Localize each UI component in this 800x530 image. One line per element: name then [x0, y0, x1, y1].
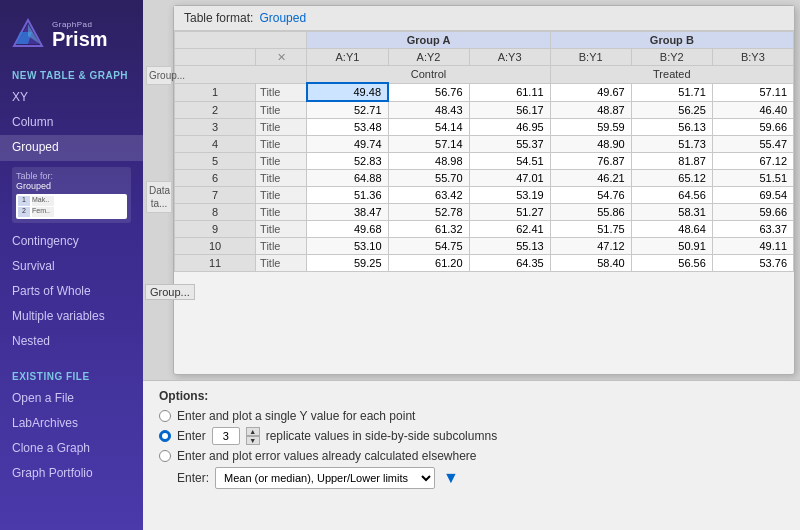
cell-by1[interactable]: 59.59: [550, 119, 631, 136]
row-title[interactable]: Title: [256, 83, 307, 101]
clear-icon[interactable]: ✕: [277, 51, 286, 63]
option3-radio[interactable]: [159, 450, 171, 462]
cell-by2[interactable]: 65.12: [631, 170, 712, 187]
cell-by1[interactable]: 49.67: [550, 83, 631, 101]
cell-ay2[interactable]: 48.98: [388, 153, 469, 170]
stepper-down[interactable]: ▼: [246, 436, 260, 445]
cell-by1[interactable]: 48.90: [550, 136, 631, 153]
sidebar-item-labarchives[interactable]: LabArchives: [0, 411, 143, 436]
enter-dropdown[interactable]: Mean (or median), Upper/Lower limits: [215, 467, 435, 489]
cell-ay2[interactable]: 63.42: [388, 187, 469, 204]
cell-by3[interactable]: 49.11: [712, 238, 793, 255]
cell-ay1[interactable]: 49.48: [307, 83, 388, 101]
cell-by1[interactable]: 76.87: [550, 153, 631, 170]
cell-by3[interactable]: 55.47: [712, 136, 793, 153]
cell-ay3[interactable]: 47.01: [469, 170, 550, 187]
cell-by2[interactable]: 64.56: [631, 187, 712, 204]
cell-by1[interactable]: 51.75: [550, 221, 631, 238]
sidebar-item-contingency[interactable]: Contingency: [0, 229, 143, 254]
cell-by2[interactable]: 51.71: [631, 83, 712, 101]
cell-ay2[interactable]: 61.32: [388, 221, 469, 238]
cell-by2[interactable]: 56.13: [631, 119, 712, 136]
cell-ay2[interactable]: 54.75: [388, 238, 469, 255]
cell-ay3[interactable]: 55.37: [469, 136, 550, 153]
stepper-up[interactable]: ▲: [246, 427, 260, 436]
option2-radio[interactable]: [159, 430, 171, 442]
sidebar-item-survival[interactable]: Survival: [0, 254, 143, 279]
replicate-stepper[interactable]: ▲ ▼: [246, 427, 260, 445]
row-title[interactable]: Title: [256, 101, 307, 119]
sidebar-item-grouped[interactable]: Grouped: [0, 135, 143, 160]
cell-ay3[interactable]: 55.13: [469, 238, 550, 255]
cell-ay3[interactable]: 54.51: [469, 153, 550, 170]
cell-by3[interactable]: 59.66: [712, 119, 793, 136]
replicate-count-input[interactable]: [212, 427, 240, 445]
cell-by1[interactable]: 48.87: [550, 101, 631, 119]
sidebar-item-column[interactable]: Column: [0, 110, 143, 135]
cell-ay2[interactable]: 54.14: [388, 119, 469, 136]
row-title[interactable]: Title: [256, 153, 307, 170]
cell-by3[interactable]: 59.66: [712, 204, 793, 221]
row-title[interactable]: Title: [256, 119, 307, 136]
row-title[interactable]: Title: [256, 238, 307, 255]
cell-by3[interactable]: 53.76: [712, 255, 793, 272]
cell-by3[interactable]: 57.11: [712, 83, 793, 101]
cell-ay2[interactable]: 57.14: [388, 136, 469, 153]
cell-ay3[interactable]: 46.95: [469, 119, 550, 136]
cell-ay1[interactable]: 49.68: [307, 221, 388, 238]
cell-ay1[interactable]: 53.48: [307, 119, 388, 136]
cell-by2[interactable]: 58.31: [631, 204, 712, 221]
cell-by1[interactable]: 46.21: [550, 170, 631, 187]
cell-by2[interactable]: 48.64: [631, 221, 712, 238]
cell-ay2[interactable]: 48.43: [388, 101, 469, 119]
cell-by1[interactable]: 47.12: [550, 238, 631, 255]
cell-ay2[interactable]: 52.78: [388, 204, 469, 221]
sidebar-item-multiple-variables[interactable]: Multiple variables: [0, 304, 143, 329]
cell-ay1[interactable]: 38.47: [307, 204, 388, 221]
cell-ay1[interactable]: 59.25: [307, 255, 388, 272]
cell-ay1[interactable]: 53.10: [307, 238, 388, 255]
row-title[interactable]: Title: [256, 170, 307, 187]
cell-ay2[interactable]: 56.76: [388, 83, 469, 101]
data-table-scroll[interactable]: Group A Group B ✕ A:Y1 A:Y2 A:Y3 B:Y1 B:…: [174, 31, 794, 374]
option1-radio[interactable]: [159, 410, 171, 422]
cell-by2[interactable]: 50.91: [631, 238, 712, 255]
cell-ay3[interactable]: 53.19: [469, 187, 550, 204]
cell-by1[interactable]: 58.40: [550, 255, 631, 272]
cell-by1[interactable]: 55.86: [550, 204, 631, 221]
cell-ay1[interactable]: 51.36: [307, 187, 388, 204]
cell-by2[interactable]: 81.87: [631, 153, 712, 170]
sidebar-item-parts-of-whole[interactable]: Parts of Whole: [0, 279, 143, 304]
cell-ay1[interactable]: 64.88: [307, 170, 388, 187]
cell-ay3[interactable]: 56.17: [469, 101, 550, 119]
cell-by2[interactable]: 51.73: [631, 136, 712, 153]
cell-by2[interactable]: 56.25: [631, 101, 712, 119]
cell-ay1[interactable]: 52.83: [307, 153, 388, 170]
cell-ay1[interactable]: 49.74: [307, 136, 388, 153]
sidebar-item-graph-portfolio[interactable]: Graph Portfolio: [0, 461, 143, 486]
cell-by3[interactable]: 51.51: [712, 170, 793, 187]
sidebar-item-xy[interactable]: XY: [0, 85, 143, 110]
cell-by3[interactable]: 63.37: [712, 221, 793, 238]
cell-ay3[interactable]: 64.35: [469, 255, 550, 272]
cell-by1[interactable]: 54.76: [550, 187, 631, 204]
cell-by3[interactable]: 46.40: [712, 101, 793, 119]
cell-by3[interactable]: 67.12: [712, 153, 793, 170]
cell-ay3[interactable]: 61.11: [469, 83, 550, 101]
sidebar-item-nested[interactable]: Nested: [0, 329, 143, 354]
row-title[interactable]: Title: [256, 255, 307, 272]
row-title[interactable]: Title: [256, 221, 307, 238]
table-format-value[interactable]: Grouped: [259, 11, 306, 25]
cell-ay1[interactable]: 52.71: [307, 101, 388, 119]
cell-by3[interactable]: 69.54: [712, 187, 793, 204]
row-title[interactable]: Title: [256, 187, 307, 204]
cell-by2[interactable]: 56.56: [631, 255, 712, 272]
cell-ay3[interactable]: 51.27: [469, 204, 550, 221]
row-title[interactable]: Title: [256, 204, 307, 221]
sidebar-item-open-file[interactable]: Open a File: [0, 386, 143, 411]
cell-ay2[interactable]: 55.70: [388, 170, 469, 187]
sidebar-item-clone-graph[interactable]: Clone a Graph: [0, 436, 143, 461]
cell-ay3[interactable]: 62.41: [469, 221, 550, 238]
row-title[interactable]: Title: [256, 136, 307, 153]
cell-ay2[interactable]: 61.20: [388, 255, 469, 272]
